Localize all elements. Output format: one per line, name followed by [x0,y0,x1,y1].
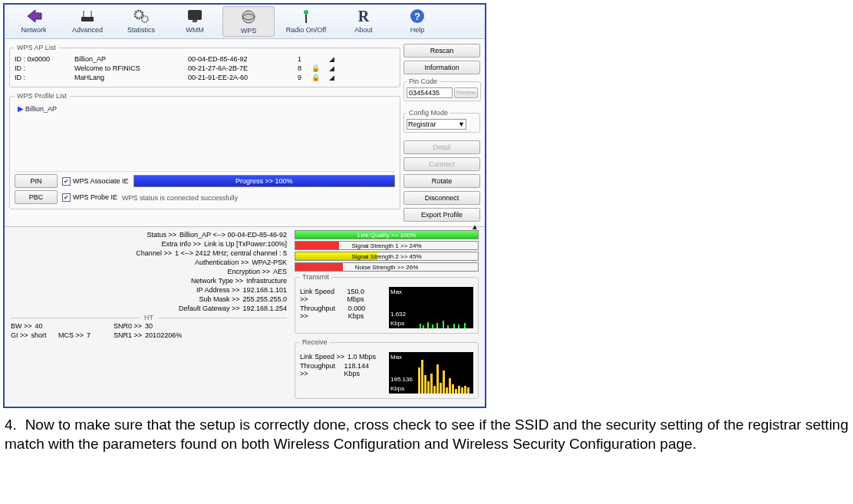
svg-rect-29 [436,364,439,394]
config-mode-group: Config Mode Registrar ▼ [403,109,480,133]
noise-bar: Noise Strength >> 26% [295,262,479,272]
bars-icon [389,287,473,328]
tb-wps[interactable]: WPS [222,6,275,37]
svg-rect-33 [449,378,451,394]
tb-about[interactable]: R About [338,6,390,37]
pin-code-legend: Pin Code [407,77,440,85]
signal-icon: ◢ [329,74,334,81]
svg-rect-28 [433,386,436,394]
disconnect-button[interactable]: Disconnect [403,191,480,205]
antenna-icon [297,8,315,25]
svg-rect-37 [461,387,463,394]
tb-statistics[interactable]: Statistics [115,6,167,37]
ap-row[interactable]: ID : MaHLang 00-21-91-EE-2A-60 9 🔒 ◢ [15,73,395,82]
upper-panel: WPS AP List ID : 0x0000 Billion_AP 00-04… [5,39,485,226]
svg-rect-25 [424,375,426,394]
signal-icon: ◢ [329,55,334,63]
export-profile-button[interactable]: Export Profile [403,208,480,222]
svg-rect-13 [420,324,421,328]
rescan-button[interactable]: Rescan [403,44,480,58]
chevron-down-icon: ▼ [458,120,465,128]
rx-graph: Max 195.136 Kbps [389,352,473,394]
detail-button[interactable]: Detail [403,140,480,154]
pin-button[interactable]: PIN [15,174,58,188]
svg-rect-15 [427,322,429,328]
svg-rect-14 [423,325,424,328]
svg-point-9 [304,10,308,15]
tb-wmm[interactable]: WMM [169,6,221,37]
r-logo-icon: R [338,8,390,25]
globe-icon [239,8,258,25]
instruction-text: 4. Now to make sure that the setup is co… [5,416,848,453]
connect-button[interactable]: Connect [403,157,480,171]
signal1-bar: Signal Strength 1 >> 24% [295,241,479,250]
svg-rect-32 [446,387,448,394]
rotate-button[interactable]: Rotate [403,174,480,188]
bars-icon [389,352,473,394]
svg-rect-20 [453,324,455,328]
lock-icon: 🔒 [308,64,323,72]
svg-point-8 [242,11,255,23]
main-toolbar: Network Advanced Statistics WMM WPS Radi… [5,5,485,39]
svg-point-4 [135,11,143,18]
profile-list-legend: WPS Profile List [15,92,69,100]
collapse-icon[interactable]: ▲ [471,222,479,231]
monitor-icon [186,8,204,25]
tb-help[interactable]: ? Help [391,6,443,37]
profile-item[interactable]: ▶Billion_AP [15,103,395,114]
svg-rect-38 [464,386,466,394]
config-mode-select[interactable]: Registrar ▼ [407,119,466,130]
pin-code-input[interactable] [407,87,453,98]
ap-row[interactable]: ID : 0x0000 Billion_AP 00-04-ED-85-46-92… [15,54,395,64]
profile-list[interactable]: ▶Billion_AP [15,103,395,172]
app-window: Network Advanced Statistics WMM WPS Radi… [3,3,486,408]
ap-list-group: WPS AP List ID : 0x0000 Billion_AP 00-04… [9,44,400,87]
wps-associate-ie-checkbox[interactable]: ✔ WPS Associate IE [62,177,129,186]
svg-rect-30 [440,383,442,394]
ht-group: HT BW >>40 GI >>short MCS >>7 SNR0 >>30 … [11,318,287,340]
svg-rect-22 [464,323,466,328]
signal2-bar: Signal Strength 2 >> 45% [295,252,479,261]
svg-rect-6 [188,10,202,20]
receive-group: Receive Link Speed >>1.0 Mbps Throughput… [295,338,479,399]
svg-rect-1 [81,17,94,21]
tb-network[interactable]: Network [8,6,60,37]
signal-icon: ◢ [329,64,334,72]
pin-code-group: Pin Code Renew [403,77,481,101]
svg-rect-17 [436,323,438,328]
router-icon [78,8,97,25]
arrow-left-icon [25,8,43,25]
svg-point-5 [142,16,148,22]
progress-bar: Progress >> 100% [133,175,395,187]
ap-list-legend: WPS AP List [15,44,58,51]
tb-radio[interactable]: Radio On/Off [276,6,336,37]
svg-rect-24 [421,360,423,394]
svg-rect-36 [458,386,460,394]
active-arrow-icon: ▶ [18,104,24,113]
svg-rect-34 [452,384,454,394]
profile-list-group: WPS Profile List ▶Billion_AP PIN ✔ WPS A… [9,92,400,209]
svg-rect-26 [427,381,430,394]
svg-rect-39 [467,387,469,394]
wps-probe-ie-checkbox[interactable]: ✔ WPS Probe IE [62,193,117,202]
svg-marker-0 [28,10,41,22]
svg-rect-31 [443,371,445,394]
help-icon: ? [408,8,426,25]
wps-status-text: WPS status is connected successfully [122,194,238,202]
svg-text:?: ? [414,11,420,22]
tx-graph: Max 1.632 Kbps [389,287,473,328]
information-button[interactable]: Information [403,61,480,74]
svg-rect-7 [193,20,197,22]
checkbox-icon: ✔ [62,177,71,186]
config-mode-legend: Config Mode [407,109,450,117]
ap-row[interactable]: ID : Welcome to RFINICS 00-21-27-6A-2B-7… [15,64,395,73]
svg-rect-18 [443,321,444,328]
renew-button[interactable]: Renew [454,87,478,98]
pbc-button[interactable]: PBC [15,190,58,204]
tb-advanced[interactable]: Advanced [61,6,114,37]
svg-rect-23 [418,367,420,394]
status-panel: ▲ Status >>Billion_AP <--> 00-04-ED-85-4… [5,226,485,407]
checkbox-icon: ✔ [62,193,71,202]
svg-rect-21 [458,324,459,328]
svg-rect-16 [432,324,433,328]
